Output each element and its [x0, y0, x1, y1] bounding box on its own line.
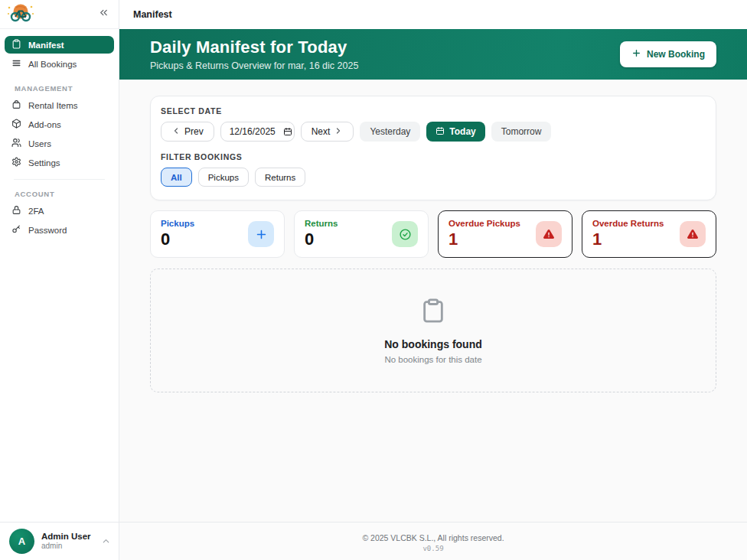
stat-label: Overdue Pickups — [449, 219, 520, 229]
user-menu[interactable]: A Admin User admin — [0, 522, 119, 560]
footer: © 2025 VLCBK S.L., All rights reserved. … — [119, 522, 747, 560]
next-label: Next — [312, 126, 331, 137]
chevron-right-icon — [334, 126, 343, 138]
sidebar-item-label: All Bookings — [28, 60, 77, 69]
stats-row: Pickups 0 Returns 0 — [150, 210, 716, 258]
sidebar-item-label: Add-ons — [28, 120, 61, 129]
sidebar-item-label: Users — [28, 139, 51, 148]
filter-returns-button[interactable]: Returns — [255, 168, 305, 187]
filter-bookings-label: Filter Bookings — [161, 152, 706, 161]
version-text: v0.59 — [119, 545, 747, 552]
sidebar-item-password[interactable]: Password — [5, 221, 114, 239]
stat-value: 1 — [449, 230, 520, 249]
user-meta: Admin User admin — [41, 531, 94, 552]
clipboard-icon — [11, 39, 21, 50]
sidebar-item-label: 2FA — [28, 207, 44, 216]
chevron-left-icon — [171, 126, 181, 138]
sidebar-nav: Manifest All Bookings Management Rental … — [0, 29, 119, 240]
next-day-button[interactable]: Next — [301, 122, 354, 142]
banner-title: Daily Manifest for Today — [150, 37, 358, 57]
page-title: Manifest — [133, 9, 172, 20]
sidebar-item-label: Rental Items — [28, 101, 78, 110]
yesterday-button[interactable]: Yesterday — [360, 122, 420, 142]
plus-icon — [631, 48, 641, 60]
date-input[interactable]: 12/16/2025 — [220, 122, 295, 142]
sidebar-item-all-bookings[interactable]: All Bookings — [5, 55, 114, 73]
content: Select Date Prev 12/16/2025 — [119, 80, 747, 522]
calendar-icon — [435, 126, 445, 138]
sidebar-header — [0, 0, 119, 29]
user-role: admin — [41, 542, 94, 552]
today-label: Today — [449, 126, 475, 137]
package-icon — [11, 119, 21, 130]
sidebar: Manifest All Bookings Management Rental … — [0, 0, 119, 560]
sidebar-item-add-ons[interactable]: Add-ons — [5, 116, 114, 133]
lock-icon — [11, 205, 21, 217]
date-controls: Prev 12/16/2025 Next Yesterda — [161, 122, 706, 142]
filter-pickups-button[interactable]: Pickups — [198, 168, 249, 187]
sidebar-item-users[interactable]: Users — [5, 135, 114, 152]
stat-value: 0 — [305, 230, 338, 249]
sidebar-collapse-button[interactable] — [98, 7, 109, 21]
copyright-text: © 2025 VLCBK S.L., All rights reserved. — [119, 533, 747, 542]
empty-state-subtitle: No bookings for this date — [384, 355, 481, 364]
sidebar-item-label: Settings — [28, 158, 60, 168]
users-icon — [11, 138, 21, 149]
filter-block: Filter Bookings All Pickups Returns — [161, 152, 706, 187]
stat-label: Returns — [305, 219, 338, 229]
empty-state-title: No bookings found — [384, 338, 482, 350]
sidebar-section-management: Management — [5, 74, 114, 96]
prev-day-button[interactable]: Prev — [161, 122, 214, 142]
select-date-label: Select Date — [161, 106, 706, 116]
sidebar-item-rental-items[interactable]: Rental Items — [5, 96, 114, 114]
avatar: A — [9, 529, 34, 554]
date-filter-card: Select Date Prev 12/16/2025 — [150, 96, 716, 200]
banner-subtitle: Pickups & Returns Overview for mar, 16 d… — [150, 60, 358, 71]
today-button[interactable]: Today — [426, 122, 484, 142]
tomorrow-button[interactable]: Tomorrow — [491, 122, 552, 142]
user-name: Admin User — [41, 531, 94, 542]
empty-state: No bookings found No bookings for this d… — [150, 269, 716, 392]
chevron-up-icon[interactable] — [101, 536, 111, 546]
bag-icon — [11, 99, 21, 111]
banner-text: Daily Manifest for Today Pickups & Retur… — [150, 37, 358, 71]
alert-triangle-icon — [680, 221, 706, 247]
stat-label: Pickups — [161, 219, 194, 229]
stat-card-overdue-returns[interactable]: Overdue Returns 1 — [582, 210, 716, 258]
stat-value: 1 — [592, 230, 664, 249]
key-icon — [11, 224, 21, 236]
filter-all-button[interactable]: All — [161, 168, 192, 187]
main-area: Manifest Daily Manifest for Today Pickup… — [119, 0, 747, 560]
app-logo — [6, 2, 35, 27]
chevrons-left-icon — [98, 7, 109, 21]
filter-buttons: All Pickups Returns — [161, 168, 706, 187]
check-circle-icon — [392, 221, 418, 247]
stat-card-pickups[interactable]: Pickups 0 — [150, 210, 285, 258]
date-value: 12/16/2025 — [230, 126, 276, 137]
clipboard-icon — [420, 298, 446, 327]
gear-icon — [11, 157, 21, 168]
sidebar-item-settings[interactable]: Settings — [5, 154, 114, 171]
header-banner: Daily Manifest for Today Pickups & Retur… — [119, 29, 747, 80]
list-icon — [11, 58, 21, 70]
sidebar-section-account: Account — [5, 180, 114, 202]
stat-card-overdue-pickups[interactable]: Overdue Pickups 1 — [438, 210, 572, 258]
calendar-icon[interactable] — [283, 127, 292, 136]
plus-icon — [248, 221, 274, 247]
sidebar-item-manifest[interactable]: Manifest — [5, 36, 114, 54]
stat-label: Overdue Returns — [592, 219, 664, 229]
new-booking-button[interactable]: New Booking — [620, 41, 716, 67]
sidebar-item-label: Password — [28, 226, 67, 235]
new-booking-label: New Booking — [647, 49, 705, 60]
topbar: Manifest — [119, 0, 747, 29]
alert-triangle-icon — [536, 221, 562, 247]
app-window: Manifest All Bookings Management Rental … — [0, 0, 747, 560]
prev-label: Prev — [184, 126, 204, 137]
stat-value: 0 — [161, 230, 194, 249]
sidebar-item-2fa[interactable]: 2FA — [5, 202, 114, 220]
stat-card-returns[interactable]: Returns 0 — [294, 210, 429, 258]
sidebar-item-label: Manifest — [28, 41, 64, 50]
